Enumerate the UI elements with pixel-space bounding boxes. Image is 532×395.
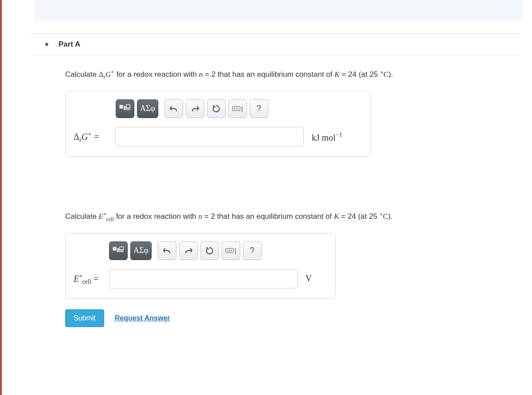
template-button[interactable]: x: [116, 99, 134, 118]
help-button[interactable]: ?: [243, 241, 262, 260]
answer-1-lhs: ΔrG∘ =: [74, 130, 111, 144]
redo-button[interactable]: [179, 241, 198, 260]
answer-1-units: kJ mol−1: [312, 131, 342, 143]
svg-rect-0: [120, 105, 123, 108]
greek-symbols-button[interactable]: ΑΣφ: [137, 99, 158, 118]
undo-button[interactable]: [164, 99, 183, 118]
request-answer-link[interactable]: Request Answer: [115, 314, 170, 322]
info-banner: [34, 0, 523, 21]
answer-2-card: x ΑΣφ: [65, 233, 336, 299]
part-a-header[interactable]: ▼ Part A: [31, 33, 521, 55]
reset-button[interactable]: [200, 241, 219, 260]
reset-button[interactable]: [207, 99, 226, 118]
keyboard-icon: ]: [226, 247, 236, 254]
help-button[interactable]: ?: [250, 99, 268, 118]
question-1-text: Calculate ΔrG∘ for a redox reaction with…: [65, 68, 514, 81]
greek-symbols-button[interactable]: ΑΣφ: [130, 241, 152, 260]
answer-2-toolbar: x ΑΣφ: [109, 241, 327, 260]
redo-button[interactable]: [186, 99, 204, 118]
collapse-caret-icon: ▼: [44, 41, 50, 48]
answer-2-input[interactable]: [109, 269, 297, 288]
answer-2-units: V: [305, 273, 312, 284]
keyboard-icon: ]: [232, 105, 243, 112]
template-button[interactable]: x: [109, 241, 128, 260]
keyboard-button[interactable]: ]: [222, 241, 240, 260]
part-label: Part A: [59, 40, 80, 49]
submit-button[interactable]: Submit: [65, 309, 104, 327]
question-2-text: Calculate E∘cell for a redox reaction wi…: [65, 210, 514, 223]
answer-2-lhs: E∘cell =: [74, 272, 105, 286]
answer-1-toolbar: x ΑΣφ: [116, 99, 363, 118]
answer-1-input[interactable]: [115, 127, 304, 146]
answer-1-card: x ΑΣφ: [65, 91, 371, 157]
svg-rect-3: [113, 247, 116, 250]
undo-button[interactable]: [158, 241, 176, 260]
keyboard-button[interactable]: ]: [228, 99, 247, 118]
